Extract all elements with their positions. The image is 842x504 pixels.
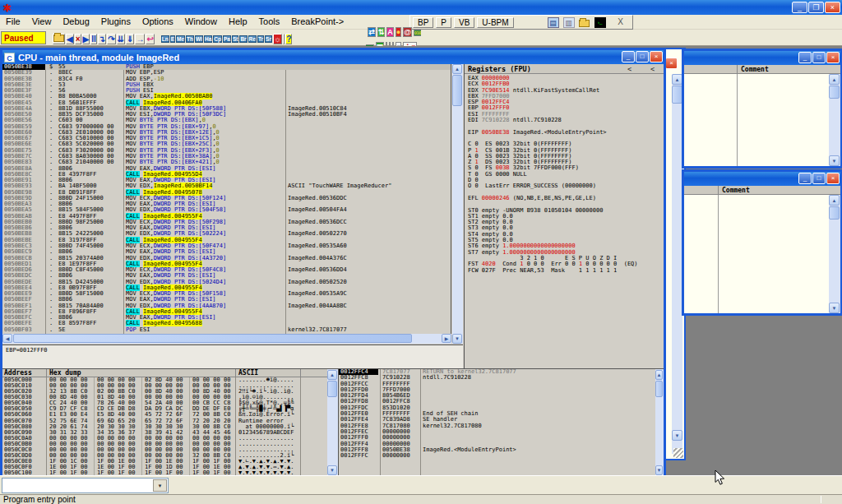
run-icon[interactable]: ▶ — [82, 34, 90, 44]
menu-debug[interactable]: Debug — [57, 15, 95, 29]
disassembly-hscrollbar[interactable]: ◀ ▶ — [2, 334, 451, 344]
animate-into-icon[interactable]: ⇊ — [117, 34, 125, 44]
comment-window-top-content[interactable] — [684, 74, 829, 166]
swap-arrows-icon[interactable]: ⇄ — [368, 27, 376, 37]
panel-button-me[interactable]: Me — [176, 35, 185, 43]
plugin-close-icon[interactable]: X — [614, 16, 627, 28]
cpu-window-titlebar[interactable]: C CPU - main thread, module ImageRed _ □… — [2, 50, 664, 64]
menu-view[interactable]: View — [26, 15, 58, 29]
panel-button-ln[interactable]: Ln — [161, 35, 169, 43]
comment-window-bottom-vscrollbar[interactable]: ▲ ▼ — [829, 195, 840, 313]
spiral-icon[interactable]: @ — [403, 27, 412, 37]
cpu-maximize-icon[interactable]: □ — [636, 51, 649, 62]
registers-pane[interactable]: Registers (FPU) < < EAX 00000000ECX 0012… — [464, 64, 664, 368]
maximize-icon[interactable]: □ — [812, 173, 826, 184]
console-icon[interactable]: ›_ — [594, 17, 606, 28]
close-button[interactable]: × — [825, 2, 840, 13]
menu-window[interactable]: Window — [179, 15, 223, 29]
disasm-row[interactable]: 0050BE3E.53PUSH EBX — [2, 82, 451, 88]
plugin-button-vb[interactable]: VB — [454, 17, 474, 28]
cpu-window: C CPU - main thread, module ImageRed _ □… — [0, 48, 666, 475]
plugin-button-p[interactable]: P — [436, 17, 451, 28]
breakpoint-icon[interactable]: ● — [396, 27, 401, 37]
animate-over-icon[interactable]: ⇓ — [126, 34, 134, 44]
disassembly-vscrollbar[interactable]: ▲ ▼ — [452, 64, 463, 344]
hidden-window-close-icon[interactable]: × — [665, 58, 678, 69]
register-line[interactable]: EIP 0050BE38 ImageRed.<ModuleEntryPoint> — [468, 130, 664, 136]
close-program-icon[interactable]: × — [75, 34, 81, 44]
minimize-icon[interactable]: _ — [798, 173, 812, 184]
registers-prev-icon[interactable]: < — [627, 65, 632, 73]
ollydbg-window: ∗ _ ❐ × FileViewDebugPluginsOptionsWindo… — [0, 0, 842, 504]
combobox-dropdown-icon[interactable]: ▼ — [153, 479, 167, 492]
disasm-row[interactable]: 0050BF03.5EPOP ESIkernel32.7C817077 — [2, 327, 451, 333]
command-combobox[interactable]: ▼ — [2, 478, 169, 493]
dump-pane[interactable]: Address Hex dump ASCII 0050C00000 00 00 … — [2, 368, 327, 475]
help-icon[interactable]: ? — [285, 34, 292, 44]
restore-button[interactable]: ❐ — [808, 2, 824, 13]
minimize-icon[interactable]: _ — [798, 52, 812, 63]
registers-next-icon[interactable]: < — [650, 65, 655, 73]
status-divider — [821, 496, 821, 503]
comment-window-bottom-content[interactable] — [684, 195, 829, 313]
disasm-row[interactable]: 0050BE3B.83C4 F0ADD ESP,-10 — [2, 76, 451, 82]
appearance-icon[interactable] — [283, 34, 285, 44]
comment-window-bottom-titlebar[interactable]: _ □ × — [684, 172, 840, 186]
disasm-row[interactable]: 0050BEFE.E8 8597F8FFCALL ImageRed.004956… — [2, 321, 451, 326]
info-pane[interactable]: EBP=0012FFF0 — [2, 344, 463, 368]
mouse-cursor — [715, 469, 726, 486]
minimize-button[interactable]: _ — [792, 2, 807, 13]
titlebar[interactable]: ∗ _ ❐ × — [0, 0, 842, 15]
open-folder-icon[interactable] — [579, 17, 590, 28]
resize-grip[interactable] — [673, 448, 683, 458]
menu-breakpoint[interactable]: BreakPoint-> — [285, 15, 349, 29]
panel-button-st[interactable]: St — [232, 35, 239, 43]
panel-button-e[interactable]: E — [170, 35, 175, 43]
disassembly-pane[interactable]: 0050BE38$55PUSH EBP0050BE39.8BECMOV EBP,… — [2, 64, 451, 334]
cpu-close-icon[interactable]: × — [650, 51, 663, 62]
close-icon[interactable]: × — [826, 52, 840, 63]
ollydbg-app-icon: ∗ — [2, 2, 12, 13]
options-gear-icon[interactable]: ☼ — [273, 34, 282, 44]
panel-button-cp[interactable]: Cp — [213, 35, 222, 43]
dump-vscrollbar[interactable]: ▲ ▼ — [327, 368, 338, 475]
go-to-origin-icon[interactable]: ↩ — [146, 34, 154, 44]
panel-button-sr[interactable]: Sr — [265, 35, 272, 43]
step-into-icon[interactable]: ↴ — [98, 34, 106, 44]
cpu-minimize-icon[interactable]: _ — [622, 51, 635, 62]
panel-button-br[interactable]: Br — [239, 35, 247, 43]
restart-icon[interactable]: ◀ — [66, 34, 74, 44]
log-icon[interactable]: ▥ — [563, 17, 575, 28]
notes-icon[interactable]: ▤ — [548, 17, 559, 28]
register-line[interactable]: EDI 7C910228 ntdll.7C910228 — [468, 118, 664, 123]
menu-plugins[interactable]: Plugins — [95, 15, 136, 29]
menu-help[interactable]: Help — [223, 15, 253, 29]
step-over-icon[interactable]: ↷ — [107, 34, 115, 44]
highlight-a-icon[interactable]: A — [386, 27, 394, 37]
register-line[interactable]: FCW 027F Prec NEAR,53 Mask 1 1 1 1 1 1 — [468, 268, 664, 274]
register-line[interactable]: EFL 00000246 (NO,NB,E,BE,NS,PE,GE,LE) — [468, 196, 664, 201]
register-line[interactable]: O 0 LastErr ERROR_SUCCESS (00000000) — [468, 183, 664, 189]
stack-pane[interactable]: 0012FFC47C817077RETURN to kernel32.7C817… — [338, 368, 655, 475]
panel-button-tr[interactable]: Tr — [257, 35, 264, 43]
panel-button-wi[interactable]: Wi — [195, 35, 203, 43]
menu-options[interactable]: Options — [136, 15, 179, 29]
menu-file[interactable]: File — [0, 15, 26, 29]
register-line[interactable]: T 0 GS 0000 NULL — [468, 172, 664, 178]
panel-button-th[interactable]: Th — [186, 35, 194, 43]
maximize-icon[interactable]: □ — [812, 52, 826, 63]
comment-window-top-titlebar[interactable]: _ □ × — [684, 51, 840, 65]
plugin-button-u-bpm[interactable]: U-BPM — [477, 17, 513, 28]
close-icon[interactable]: × — [826, 173, 840, 184]
panel-button-ha[interactable]: Ha — [204, 35, 212, 43]
panel-button-pa[interactable]: Pa — [223, 35, 231, 43]
panel-button-re[interactable]: Re — [248, 35, 257, 43]
stack-vscrollbar[interactable]: ▲ ▼ — [655, 368, 664, 475]
comment-window-top-vscrollbar[interactable]: ▲ ▼ — [829, 74, 840, 166]
execute-till-return-icon[interactable]: → — [135, 34, 145, 44]
pause-icon[interactable]: II — [90, 34, 97, 44]
open-file-icon[interactable] — [53, 34, 65, 44]
stack-row[interactable]: 0012FFFC00000000 — [339, 453, 655, 459]
menu-tools[interactable]: Tools — [253, 15, 286, 29]
updown-icon[interactable]: ⇅ — [377, 27, 386, 37]
